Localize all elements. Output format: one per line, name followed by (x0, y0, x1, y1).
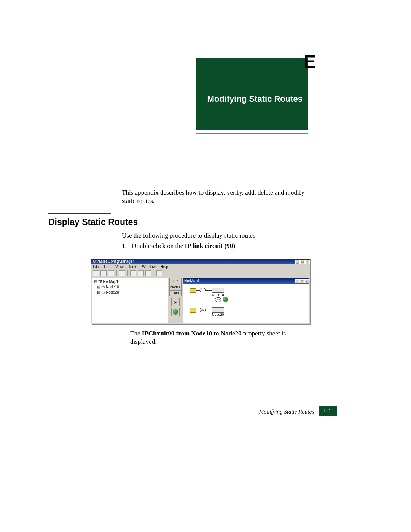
menu-file[interactable]: File (93, 265, 99, 269)
section-heading: Display Static Routes (48, 217, 138, 227)
after-bold: IPCircuit90 from Node10 to Node20 (142, 330, 242, 337)
db-icon-2 (190, 307, 195, 313)
inner-window: NetMap1 _ □ × 10 Node10 90 20 Node20 (183, 278, 309, 323)
menu-window[interactable]: Window (142, 265, 156, 269)
minimize-icon[interactable]: _ (295, 260, 300, 264)
section-divider (48, 213, 111, 214)
after-pre: The (130, 330, 142, 337)
step-text-post: . (235, 242, 237, 249)
toolbar (91, 270, 310, 277)
circuit-90[interactable]: 90 (215, 297, 221, 302)
result-paragraph: The IPCircuit90 from Node10 to Node20 pr… (130, 329, 312, 346)
topology-canvas[interactable]: 10 Node10 90 20 Node20 (183, 284, 309, 323)
appendix-letter: E (301, 51, 316, 72)
chapter-title: Modifying Static Routes (196, 94, 303, 104)
procedure-intro: Use the following procedure to display s… (122, 232, 312, 240)
new-icon[interactable] (93, 270, 99, 276)
menu-help[interactable]: Help (161, 265, 169, 269)
step-text-pre: Double-click on the (132, 242, 185, 249)
menu-view[interactable]: View (115, 265, 124, 269)
circuit-10[interactable]: 10 (200, 288, 206, 292)
tab-links[interactable]: Links (169, 290, 182, 296)
refresh-icon[interactable] (156, 270, 162, 276)
menu-tools[interactable]: Tools (128, 265, 137, 269)
ip-globe-icon (223, 297, 228, 302)
paste-icon[interactable] (145, 270, 151, 276)
menu-edit[interactable]: Edit (104, 265, 110, 269)
side-tabs: I/Fs Nodes Links ➤ (169, 278, 182, 316)
copy-icon[interactable] (138, 270, 144, 276)
tree-panel: ⊟ 🗺 NetMap1 ⊞ ▭ Node10 ⊞ ▭ Node20 (92, 278, 168, 323)
inner-title-text: NetMap1 (184, 278, 200, 284)
sub-rule (196, 133, 308, 134)
node-10-box[interactable] (212, 288, 224, 293)
save-icon[interactable] (108, 270, 114, 276)
outer-titlebar: UltraNet ConfigManager _ □ × (91, 259, 310, 264)
globe-icon[interactable] (171, 308, 180, 316)
print-icon[interactable] (119, 270, 125, 276)
inner-minimize-icon[interactable]: _ (295, 279, 300, 283)
tree-node-20[interactable]: ⊞ ▭ Node20 (94, 290, 166, 295)
embedded-screenshot: UltraNet ConfigManager _ □ × File Edit V… (91, 259, 310, 324)
outer-title-text: UltraNet ConfigManager (93, 259, 134, 264)
close-icon[interactable]: × (305, 260, 310, 264)
maximize-icon[interactable]: □ (300, 260, 305, 264)
node-20-box[interactable] (212, 307, 224, 313)
inner-maximize-icon[interactable]: □ (300, 279, 304, 283)
step-text-bold: IP link circuit (90) (185, 242, 235, 249)
step-1: 1. Double-click on the IP link circuit (… (122, 242, 312, 250)
tab-ifs[interactable]: I/Fs (169, 278, 182, 284)
intro-paragraph: This appendix describes how to display, … (122, 189, 312, 205)
circuit-20[interactable]: 20 (200, 308, 206, 312)
menubar: File Edit View Tools Window Help (91, 264, 310, 270)
footer-chapter-title: Modifying Static Routes (259, 409, 314, 415)
pointer-icon[interactable]: ➤ (171, 298, 180, 306)
cut-icon[interactable] (130, 270, 136, 276)
step-number: 1. (122, 242, 130, 250)
open-icon[interactable] (100, 270, 107, 276)
inner-titlebar: NetMap1 _ □ × (183, 278, 309, 284)
tree-root[interactable]: ⊟ 🗺 NetMap1 (94, 279, 166, 284)
tab-nodes[interactable]: Nodes (169, 284, 182, 290)
db-icon (190, 288, 195, 293)
node-20-label: Node20 (212, 313, 224, 316)
tree-node-10[interactable]: ⊞ ▭ Node10 (94, 284, 166, 290)
footer-page-badge: E-1 (319, 406, 337, 416)
inner-close-icon[interactable]: × (304, 279, 309, 283)
